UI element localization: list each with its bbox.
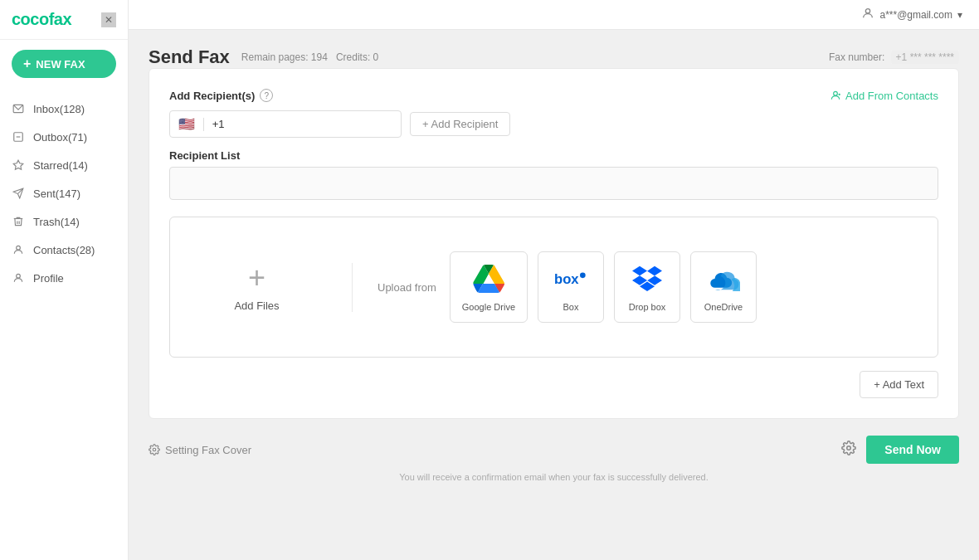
sidebar-item-inbox[interactable]: Inbox(128) <box>0 95 128 123</box>
sidebar-logo: cocofax ✕ <box>0 0 128 40</box>
box-label: Box <box>563 302 579 312</box>
sidebar-profile-label: Profile <box>33 272 64 285</box>
action-row: + Add Text <box>169 371 938 398</box>
recipient-list-label: Recipient List <box>169 149 938 162</box>
add-text-button[interactable]: + Add Text <box>860 371 938 398</box>
add-files-section[interactable]: + Add Files <box>187 263 353 312</box>
trash-icon <box>12 215 25 228</box>
profile-icon <box>12 271 25 285</box>
phone-number-input[interactable] <box>230 118 392 130</box>
user-dropdown-icon[interactable]: ▾ <box>957 9 962 21</box>
google-drive-button[interactable]: Google Drive <box>450 251 528 323</box>
cloud-options: Google Drive box Box <box>450 251 757 323</box>
user-info: a***@gmail.com ▾ <box>861 7 962 22</box>
send-now-button[interactable]: Send Now <box>866 436 959 464</box>
sidebar-starred-label: Starred(14) <box>33 159 88 172</box>
sidebar-item-sent[interactable]: Sent(147) <box>0 179 128 207</box>
svg-point-13 <box>580 273 586 279</box>
svg-point-8 <box>866 9 870 13</box>
logo: cocofax <box>12 10 71 29</box>
sidebar: cocofax ✕ + NEW FAX Inbox(128) Outbox(71… <box>0 0 129 560</box>
footer-right: Send Now <box>841 436 959 464</box>
plus-icon: + <box>23 56 31 71</box>
new-fax-button[interactable]: + NEW FAX <box>12 50 116 78</box>
add-recipient-button-label: + Add Recipient <box>422 118 498 130</box>
svg-point-9 <box>834 91 838 95</box>
fax-number-value: +1 *** *** **** <box>891 51 959 64</box>
credits: Credits: 0 <box>336 51 378 63</box>
box-button[interactable]: box Box <box>538 251 604 323</box>
svg-point-7 <box>17 274 21 278</box>
remain-pages: Remain pages: 194 <box>241 51 328 63</box>
upload-from-label: Upload from <box>377 281 436 294</box>
outbox-icon <box>12 130 25 144</box>
phone-input-wrapper[interactable]: 🇺🇸 +1 <box>169 110 402 138</box>
help-icon[interactable]: ? <box>260 89 273 102</box>
user-account-icon <box>861 7 874 22</box>
svg-point-15 <box>847 446 851 450</box>
sidebar-inbox-label: Inbox(128) <box>33 103 85 115</box>
add-from-contacts-label: Add From Contacts <box>845 90 938 102</box>
sidebar-item-starred[interactable]: Starred(14) <box>0 151 128 179</box>
send-now-label: Send Now <box>884 443 941 456</box>
sidebar-outbox-label: Outbox(71) <box>33 131 87 144</box>
svg-marker-3 <box>13 160 23 169</box>
sidebar-nav: Inbox(128) Outbox(71) Starred(14) Sent(1… <box>0 88 128 292</box>
add-recipient-button[interactable]: + Add Recipient <box>410 112 510 136</box>
recipient-list-box <box>169 167 938 200</box>
svg-point-14 <box>153 448 156 451</box>
user-email: a***@gmail.com <box>879 9 952 21</box>
upload-area: + Add Files Upload from <box>169 217 938 358</box>
contacts-icon <box>12 243 25 256</box>
footer-row: Setting Fax Cover Send Now <box>149 436 959 464</box>
setting-fax-cover[interactable]: Setting Fax Cover <box>149 444 251 456</box>
dropbox-icon <box>631 262 664 295</box>
recipient-header: Add Recipient(s) ? Add From Contacts <box>169 89 938 102</box>
svg-text:box: box <box>554 271 579 287</box>
upload-from-section: Upload from <box>353 251 921 323</box>
fax-number-label: Fax number: <box>829 51 884 63</box>
country-flag: 🇺🇸 <box>178 116 195 132</box>
main-card: Add Recipient(s) ? Add From Contacts 🇺🇸 … <box>149 68 959 419</box>
add-files-plus-icon: + <box>248 263 265 293</box>
close-icon[interactable]: ✕ <box>101 12 116 27</box>
svg-point-6 <box>17 246 21 250</box>
sidebar-item-contacts[interactable]: Contacts(28) <box>0 236 128 264</box>
sidebar-item-profile[interactable]: Profile <box>0 264 128 292</box>
new-fax-label: NEW FAX <box>36 58 85 71</box>
fax-number-bar: Fax number: +1 *** *** **** <box>829 51 959 63</box>
box-icon: box <box>554 262 587 295</box>
star-icon <box>12 158 25 172</box>
add-files-label: Add Files <box>234 299 279 312</box>
sidebar-item-outbox[interactable]: Outbox(71) <box>0 123 128 151</box>
sent-icon <box>12 187 25 200</box>
top-bar: a***@gmail.com ▾ <box>129 0 979 30</box>
sidebar-sent-label: Sent(147) <box>33 187 80 200</box>
google-drive-icon <box>472 262 505 295</box>
country-code: +1 <box>212 118 225 130</box>
google-drive-label: Google Drive <box>462 302 515 312</box>
dropbox-label: Drop box <box>629 302 666 312</box>
settings-gear-icon[interactable] <box>841 441 856 459</box>
onedrive-button[interactable]: OneDrive <box>690 251 757 323</box>
divider <box>203 118 204 131</box>
page-title: Send Fax <box>149 46 230 68</box>
confirmation-message: You will receive a confirmation email wh… <box>149 472 959 482</box>
page-header: Send Fax Remain pages: 194 Credits: 0 Fa… <box>149 46 959 68</box>
setting-fax-cover-label: Setting Fax Cover <box>165 444 251 456</box>
onedrive-label: OneDrive <box>704 302 743 312</box>
dropbox-button[interactable]: Drop box <box>614 251 680 323</box>
sidebar-contacts-label: Contacts(28) <box>33 244 95 256</box>
main-content: a***@gmail.com ▾ Send Fax Remain pages: … <box>129 0 979 560</box>
add-text-label: + Add Text <box>874 378 924 391</box>
onedrive-icon <box>707 262 740 295</box>
recipient-input-row: 🇺🇸 +1 + Add Recipient <box>169 110 938 138</box>
content-area: Send Fax Remain pages: 194 Credits: 0 Fa… <box>129 30 979 499</box>
sidebar-item-trash[interactable]: Trash(14) <box>0 207 128 236</box>
add-from-contacts-button[interactable]: Add From Contacts <box>830 90 938 102</box>
add-recipient-label: Add Recipient(s) <box>169 90 255 102</box>
inbox-icon <box>12 102 25 115</box>
sidebar-trash-label: Trash(14) <box>33 216 80 228</box>
